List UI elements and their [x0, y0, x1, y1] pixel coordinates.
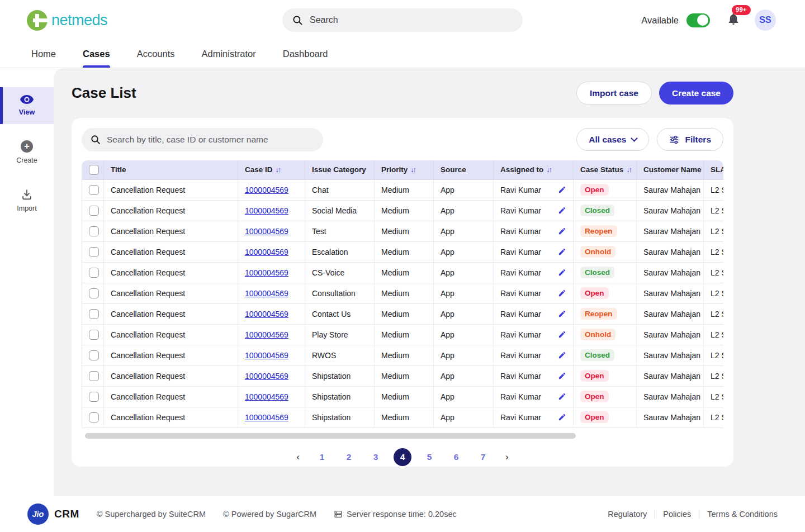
- case-id-link[interactable]: 1000004569: [245, 268, 288, 277]
- source: App: [434, 365, 494, 386]
- case-id-link[interactable]: 1000004569: [245, 248, 288, 256]
- source: App: [434, 200, 494, 221]
- edit-assignee-icon[interactable]: [558, 206, 566, 215]
- sidebar-item-import[interactable]: Import: [0, 181, 54, 220]
- notifications-button[interactable]: 99+: [727, 12, 740, 28]
- row-checkbox[interactable]: [89, 309, 99, 319]
- page-button-6[interactable]: 6: [447, 448, 465, 466]
- availability-toggle[interactable]: [686, 13, 710, 27]
- row-checkbox[interactable]: [89, 226, 99, 236]
- page-button-4[interactable]: 4: [394, 448, 411, 466]
- edit-assignee-icon[interactable]: [558, 248, 566, 256]
- global-search[interactable]: [282, 8, 523, 32]
- page-button-3[interactable]: 3: [367, 448, 385, 466]
- nav-tab-accounts[interactable]: Accounts: [137, 40, 175, 68]
- select-all-checkbox[interactable]: [89, 165, 99, 175]
- row-checkbox[interactable]: [89, 350, 99, 360]
- row-checkbox[interactable]: [89, 206, 99, 216]
- edit-assignee-icon[interactable]: [558, 372, 566, 380]
- table-row: Cancellation Request 1000004569 Consulta…: [82, 283, 724, 303]
- sla: L2 S: [704, 324, 724, 345]
- case-search-input[interactable]: [107, 135, 314, 145]
- import-case-button[interactable]: Import case: [576, 82, 652, 104]
- page-button-7[interactable]: 7: [474, 448, 492, 466]
- nav-tab-dashboard[interactable]: Dashboard: [283, 40, 328, 68]
- scrollbar-thumb[interactable]: [85, 433, 576, 439]
- customer-name: Saurav Mahajan: [637, 324, 704, 345]
- edit-assignee-icon[interactable]: [558, 268, 566, 277]
- case-id-link[interactable]: 1000004569: [245, 372, 288, 381]
- footer-link-policies[interactable]: Policies: [663, 510, 691, 519]
- customer-name: Saurav Mahajan: [637, 386, 704, 407]
- nav-tab-administrator[interactable]: Administrator: [202, 40, 256, 68]
- edit-assignee-icon[interactable]: [558, 289, 566, 297]
- sort-icon[interactable]: ↓↑: [546, 166, 551, 174]
- priority: Medium: [375, 407, 434, 428]
- filters-button[interactable]: Filters: [657, 128, 723, 151]
- row-checkbox[interactable]: [89, 392, 99, 402]
- case-title: Cancellation Request: [104, 262, 238, 283]
- table-row: Cancellation Request 1000004569 Social M…: [82, 200, 724, 221]
- case-title: Cancellation Request: [104, 303, 238, 324]
- nav-tab-home[interactable]: Home: [31, 40, 56, 68]
- sort-icon[interactable]: ↓↑: [276, 166, 281, 174]
- create-case-button[interactable]: Create case: [659, 82, 733, 104]
- footer-link-terms-conditions[interactable]: Terms & Conditions: [707, 510, 778, 519]
- case-search[interactable]: [82, 128, 323, 151]
- sort-icon[interactable]: ↓↑: [626, 166, 631, 174]
- previous-page-button[interactable]: ‹: [292, 452, 304, 463]
- row-checkbox[interactable]: [89, 185, 99, 195]
- assigned-to: Ravi Kumar: [500, 392, 541, 401]
- toggle-knob: [697, 15, 708, 26]
- page-button-5[interactable]: 5: [420, 448, 438, 466]
- edit-assignee-icon[interactable]: [558, 330, 566, 339]
- column-header-assigned-to[interactable]: Assigned to↓↑: [494, 160, 574, 179]
- status-badge: Closed: [580, 205, 614, 216]
- case-id-link[interactable]: 1000004569: [245, 227, 288, 236]
- sort-icon[interactable]: ↓↑: [410, 166, 415, 174]
- case-id-link[interactable]: 1000004569: [245, 330, 288, 339]
- edit-assignee-icon[interactable]: [558, 413, 566, 421]
- case-id-link[interactable]: 1000004569: [245, 289, 288, 298]
- edit-assignee-icon[interactable]: [558, 310, 566, 318]
- case-id-link[interactable]: 1000004569: [245, 206, 288, 215]
- user-avatar[interactable]: SS: [755, 10, 776, 31]
- edit-assignee-icon[interactable]: [558, 392, 566, 401]
- column-header-priority[interactable]: Priority↓↑: [375, 160, 434, 179]
- case-id-link[interactable]: 1000004569: [245, 351, 288, 360]
- customer-name: Saurav Mahajan: [637, 345, 704, 365]
- page-button-1[interactable]: 1: [313, 448, 331, 466]
- sidebar-item-view[interactable]: View: [0, 87, 54, 124]
- case-id-link[interactable]: 1000004569: [245, 392, 288, 401]
- all-cases-dropdown[interactable]: All cases: [576, 128, 649, 151]
- case-id-link[interactable]: 1000004569: [245, 413, 288, 422]
- row-checkbox[interactable]: [89, 330, 99, 340]
- edit-assignee-icon[interactable]: [558, 227, 566, 235]
- case-id-link[interactable]: 1000004569: [245, 310, 288, 319]
- netmeds-logo[interactable]: netmeds: [27, 10, 107, 31]
- row-checkbox[interactable]: [89, 268, 99, 278]
- edit-assignee-icon[interactable]: [558, 351, 566, 359]
- page-button-2[interactable]: 2: [340, 448, 358, 466]
- jio-logo: Jio: [27, 504, 49, 525]
- footer-link-regulatory[interactable]: Regulatory: [608, 510, 647, 519]
- footer-link-divider: [699, 510, 699, 519]
- status-badge: Open: [580, 184, 609, 196]
- column-header-case-id[interactable]: Case ID↓↑: [238, 160, 305, 179]
- table-header-row: TitleCase ID↓↑Issue CategoryPriority↓↑So…: [82, 160, 724, 179]
- priority: Medium: [375, 324, 434, 345]
- row-checkbox[interactable]: [89, 288, 99, 298]
- nav-tab-cases[interactable]: Cases: [83, 40, 110, 68]
- edit-assignee-icon[interactable]: [558, 186, 566, 194]
- column-header-case-status[interactable]: Case Status↓↑: [574, 160, 637, 179]
- global-search-input[interactable]: [310, 15, 513, 25]
- priority: Medium: [375, 179, 434, 200]
- next-page-button[interactable]: ›: [501, 452, 513, 463]
- row-checkbox[interactable]: [89, 371, 99, 381]
- sidebar-item-create[interactable]: + Create: [0, 133, 54, 172]
- case-id-link[interactable]: 1000004569: [245, 186, 288, 194]
- row-checkbox[interactable]: [89, 247, 99, 257]
- row-checkbox[interactable]: [89, 412, 99, 422]
- case-title: Cancellation Request: [104, 345, 238, 365]
- source: App: [434, 407, 494, 428]
